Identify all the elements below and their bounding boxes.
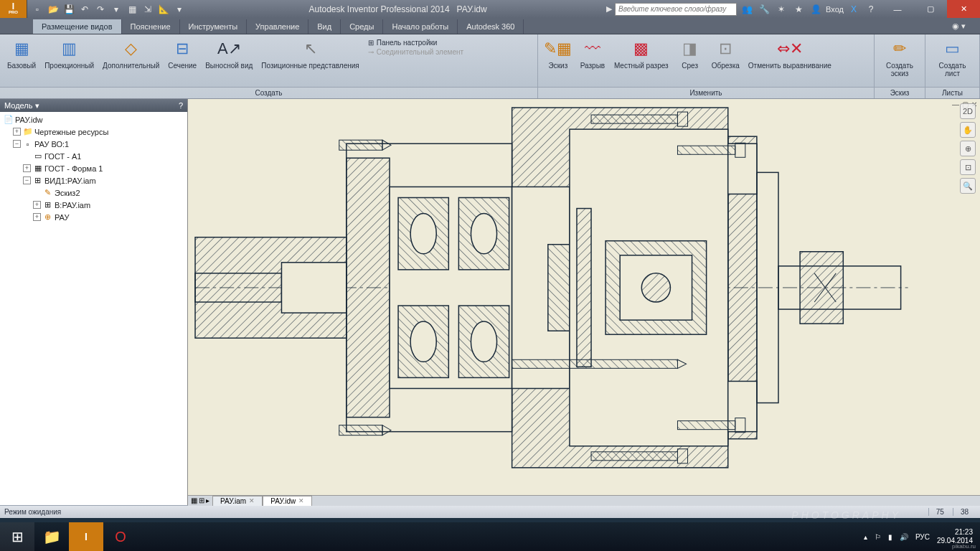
doc-tab-idw[interactable]: РАУ.idw✕ (263, 496, 312, 506)
slice-button[interactable]: ◨Срез (673, 36, 707, 71)
tree-gost-form1[interactable]: +▦ГОСТ - Форма 1 (3, 162, 187, 174)
create-sheet-button[interactable]: ▭Создать лист (928, 36, 976, 79)
expand-icon[interactable]: + (33, 213, 41, 221)
minimize-button[interactable]: — (881, 0, 914, 18)
doc-tab-iam[interactable]: РАУ.iam✕ (212, 496, 263, 506)
measure-icon[interactable]: 📐 (156, 2, 171, 17)
create-sketch-button[interactable]: ✏Создать эскиз (877, 36, 922, 79)
community-icon[interactable]: 👥 (740, 2, 754, 17)
svg-point-12 (410, 321, 436, 362)
window-title: Autodesk Inventor Professional 2014 РАУ.… (189, 4, 606, 14)
breakout-button[interactable]: ▩Местный разрез (610, 36, 673, 71)
svg-point-11 (410, 214, 436, 254)
nav-2d-icon[interactable]: 2D (960, 103, 976, 119)
help-icon[interactable]: ? (864, 2, 878, 17)
expand-icon[interactable]: + (33, 201, 41, 209)
tab-list-icon[interactable]: ▦ (191, 496, 197, 504)
qat-dropdown-icon[interactable]: ▾ (172, 2, 187, 17)
zoom-in-icon[interactable]: ⊕ (960, 141, 976, 156)
save-icon[interactable]: 💾 (62, 2, 76, 17)
tab-environments[interactable]: Среды (341, 19, 383, 34)
overlay-view-button[interactable]: ↖Позиционные представления (257, 36, 363, 71)
tray-up-icon[interactable]: ▴ (864, 533, 867, 541)
expand-icon[interactable]: + (13, 128, 21, 136)
user-icon[interactable]: 👤 (809, 2, 823, 17)
task-opera[interactable]: O (103, 522, 138, 551)
close-button[interactable]: ✕ (947, 0, 980, 18)
tab-close-icon[interactable]: ✕ (298, 497, 304, 504)
tab-view[interactable]: Вид (308, 19, 341, 34)
tab-annotation[interactable]: Пояснение (122, 19, 180, 34)
tab-tools[interactable]: Инструменты (180, 19, 248, 34)
base-view-icon: ▦ (10, 37, 33, 60)
zoom-all-icon[interactable]: ⊡ (960, 159, 976, 175)
document-tabs: ▦ ⊞ ▸ РАУ.iam✕ РАУ.idw✕ (188, 495, 980, 506)
nailboard-button[interactable]: ⊞Панель настройки (368, 39, 463, 47)
redo-icon[interactable]: ↷ (93, 2, 108, 17)
ribbon-collapse-icon[interactable]: ◉ ▾ (943, 19, 974, 34)
tab-grid-icon[interactable]: ⊞ (199, 496, 204, 504)
search-play-icon[interactable]: ▶ (606, 4, 612, 14)
pan-icon[interactable]: ✋ (960, 122, 976, 138)
crop-button[interactable]: ⊡Обрезка (707, 36, 744, 71)
section-view-button[interactable]: ⊟Сечение (164, 36, 201, 71)
collapse-icon[interactable]: − (13, 140, 21, 148)
key-icon[interactable]: 🔧 (757, 2, 771, 17)
auxiliary-view-button[interactable]: ◇Дополнительный (98, 36, 164, 71)
new-icon[interactable]: ▫ (30, 2, 44, 17)
help-small-icon[interactable]: ? (179, 101, 183, 110)
tab-close-icon[interactable]: ✕ (249, 497, 255, 504)
search-input[interactable] (615, 3, 737, 16)
tree-resources[interactable]: +📁Чертежные ресурсы (3, 126, 187, 138)
child-min-icon[interactable]: — (952, 100, 959, 108)
select-icon[interactable]: ▾ (109, 2, 123, 17)
app-logo[interactable]: I PRO (0, 0, 27, 18)
open-sketch-button[interactable]: ✎▦Эскиз (541, 36, 575, 71)
tray-network-icon[interactable]: ▮ (888, 533, 892, 541)
start-button[interactable]: ⊞ (0, 522, 34, 551)
tree-view-b[interactable]: +⊞В:РАУ.iam (3, 199, 187, 211)
expand-icon[interactable]: + (23, 164, 31, 172)
detail-view-button[interactable]: A↗Выносной вид (201, 36, 257, 71)
tray-volume-icon[interactable]: 🔊 (900, 533, 908, 541)
tab-getstarted[interactable]: Начало работы (383, 19, 458, 34)
tray-lang[interactable]: РУС (915, 533, 930, 541)
open-icon[interactable]: 📂 (46, 2, 60, 17)
collapse-icon[interactable]: − (23, 176, 31, 184)
svg-point-24 (641, 273, 670, 302)
task-explorer[interactable]: 📁 (34, 522, 69, 551)
connector-button[interactable]: ⊸Соединительный элемент (368, 48, 463, 56)
projected-view-button[interactable]: ▥Проекционный (40, 36, 98, 71)
tree-gost-a1[interactable]: ▭ГОСТ - А1 (3, 150, 187, 162)
tree-view1[interactable]: −⊞ВИД1:РАУ.iam (3, 174, 187, 187)
base-view-button[interactable]: ▦Базовый (3, 36, 40, 71)
tree-sketch2[interactable]: ✎Эскиз2 (3, 187, 187, 199)
signin-label[interactable]: Вход (826, 5, 844, 14)
ribbon: ▦Базовый ▥Проекционный ◇Дополнительный ⊟… (0, 34, 980, 99)
tree-sheet[interactable]: −▫РАУ ВО:1 (3, 138, 187, 150)
tray-flag-icon[interactable]: ⚐ (875, 533, 881, 541)
tab-manage[interactable]: Управление (247, 19, 308, 34)
star-icon[interactable]: ✶ (774, 2, 788, 17)
exchange-icon[interactable]: X (847, 2, 861, 17)
undo-icon[interactable]: ↶ (77, 2, 92, 17)
break-align-button[interactable]: ⇔✕Отменить выравнивание (744, 36, 836, 71)
tree-rau[interactable]: +⊕РАУ (3, 211, 187, 223)
tab-place-views[interactable]: Размещение видов (33, 19, 122, 34)
ribbon-create-secondary: ⊞Панель настройки ⊸Соединительный элемен… (364, 36, 468, 59)
drawing-canvas[interactable]: — ▢ ✕ (188, 99, 980, 495)
break-button[interactable]: 〰Разрыв (575, 36, 610, 71)
task-inventor[interactable]: I (69, 522, 103, 551)
maximize-button[interactable]: ▢ (914, 0, 947, 18)
export-icon[interactable]: ⇲ (141, 2, 155, 17)
print-icon[interactable]: ▦ (125, 2, 139, 17)
zoom-window-icon[interactable]: 🔍 (960, 178, 976, 194)
svg-rect-39 (591, 452, 677, 461)
favorite-icon[interactable]: ★ (791, 2, 806, 17)
tree-root[interactable]: 📄РАУ.idw (3, 113, 187, 126)
model-browser-header[interactable]: Модель ▾ ? (0, 99, 187, 112)
tab-autodesk360[interactable]: Autodesk 360 (458, 19, 524, 34)
svg-rect-5 (281, 263, 346, 313)
assembly-icon: ⊕ (42, 212, 53, 222)
tab-next-icon[interactable]: ▸ (206, 496, 209, 504)
